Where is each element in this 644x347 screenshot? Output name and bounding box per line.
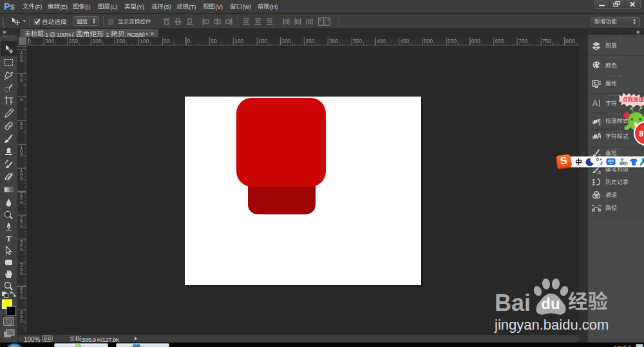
svg-text:¶: ¶ bbox=[597, 117, 601, 126]
svg-text:A: A bbox=[596, 132, 601, 141]
svg-text:A: A bbox=[592, 99, 598, 108]
svg-text:T: T bbox=[6, 234, 12, 243]
svg-text:du: du bbox=[541, 295, 560, 312]
svg-text:10: 10 bbox=[624, 162, 628, 165]
